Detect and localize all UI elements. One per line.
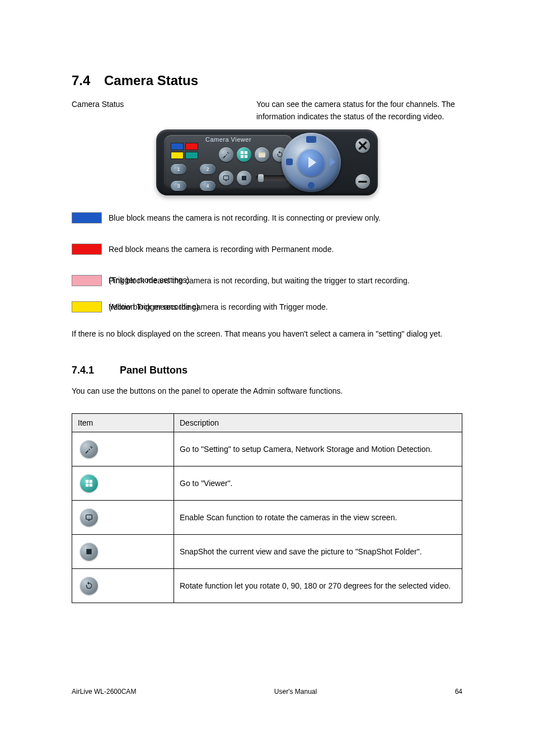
red-bar-icon bbox=[72, 244, 102, 255]
footer-center: User's Manual bbox=[274, 688, 317, 696]
folder-button[interactable] bbox=[255, 147, 269, 162]
swatch-ch1 bbox=[171, 143, 184, 150]
channel-swatches bbox=[171, 143, 198, 159]
panel-buttons-table: Item Description Go to "Setting" to setu… bbox=[72, 413, 462, 603]
section-title: Camera Status bbox=[104, 73, 198, 88]
setting-button[interactable] bbox=[219, 147, 233, 162]
svg-rect-5 bbox=[86, 484, 88, 487]
subsection-number: 7.4.1 bbox=[72, 365, 120, 376]
setting-icon bbox=[80, 440, 98, 458]
svg-rect-0 bbox=[223, 176, 228, 180]
def-row-blue: Blue block means the camera is not recor… bbox=[72, 212, 462, 225]
snapshot-button[interactable] bbox=[237, 171, 251, 185]
chan-4[interactable]: 4 bbox=[200, 181, 216, 191]
cv-left-cluster: Camera Viewer 1 2 3 4 bbox=[164, 135, 293, 190]
snapshot-desc: SnapShot the current view and save the p… bbox=[174, 534, 462, 568]
subsection-title: Panel Buttons bbox=[120, 365, 188, 376]
table-row: SnapShot the current view and save the p… bbox=[72, 534, 462, 568]
scan-desc: Enable Scan function to rotate the camer… bbox=[174, 500, 462, 534]
dial-play-icon[interactable] bbox=[297, 148, 325, 176]
no-block-paragraph: If there is no block displayed on the sc… bbox=[72, 328, 462, 340]
view-button[interactable] bbox=[237, 147, 251, 162]
svg-rect-7 bbox=[86, 515, 92, 519]
table-row: Rotate function let you rotate 0, 90, 18… bbox=[72, 568, 462, 603]
def-row-red: Red block means the camera is recording … bbox=[72, 244, 462, 256]
view-icon bbox=[80, 474, 98, 492]
swatch-ch4 bbox=[185, 152, 198, 159]
mid-buttons bbox=[219, 147, 291, 189]
svg-rect-4 bbox=[90, 480, 92, 483]
side-buttons bbox=[355, 138, 370, 189]
dial-stop-icon[interactable] bbox=[306, 136, 316, 143]
scan-icon bbox=[80, 508, 98, 526]
scan-button[interactable] bbox=[219, 171, 233, 185]
subsection-heading: 7.4.1Panel Buttons bbox=[72, 365, 462, 376]
minimize-button[interactable] bbox=[355, 174, 370, 189]
red-def-text: Red block means the camera is recording … bbox=[109, 244, 334, 256]
intro-left-label: Camera Status bbox=[72, 99, 256, 111]
swatch-ch2 bbox=[185, 143, 198, 150]
chan-1[interactable]: 1 bbox=[171, 164, 186, 174]
svg-rect-3 bbox=[86, 480, 88, 483]
yellow-bar-icon bbox=[72, 301, 102, 312]
chan-3[interactable]: 3 bbox=[171, 181, 186, 191]
close-button[interactable] bbox=[355, 138, 370, 153]
pink-bar-icon bbox=[72, 275, 102, 286]
table-row: Go to "Setting" to setup Camera, Network… bbox=[72, 432, 462, 466]
svg-rect-2 bbox=[358, 181, 367, 183]
status-color-definitions: Blue block means the camera is not recor… bbox=[72, 212, 462, 313]
table-row: Go to "Viewer". bbox=[72, 466, 462, 500]
dial-record-icon[interactable] bbox=[308, 182, 315, 189]
intro-right-text: You can see the camera status for the fo… bbox=[256, 99, 462, 123]
blue-bar-icon bbox=[72, 212, 102, 223]
setting-desc: Go to "Setting" to setup Camera, Network… bbox=[174, 432, 462, 466]
footer-page: 64 bbox=[455, 688, 462, 696]
th-item: Item bbox=[72, 413, 174, 432]
footer-left: AirLive WL-2600CAM bbox=[72, 688, 136, 696]
section-number: 7.4 bbox=[72, 73, 104, 88]
rotate-desc: Rotate function let you rotate 0, 90, 18… bbox=[174, 568, 462, 603]
cv-title: Camera Viewer bbox=[164, 136, 293, 143]
playback-dial[interactable] bbox=[282, 133, 341, 192]
th-desc: Description bbox=[174, 413, 462, 432]
swatch-ch3 bbox=[171, 152, 184, 159]
view-desc: Go to "Viewer". bbox=[174, 466, 462, 500]
svg-rect-8 bbox=[88, 520, 90, 521]
snapshot-icon bbox=[80, 543, 98, 561]
chan-2[interactable]: 2 bbox=[200, 164, 216, 174]
dial-next-icon[interactable] bbox=[330, 157, 335, 166]
table-row: Enable Scan function to rotate the camer… bbox=[72, 500, 462, 534]
intro-row: Camera Status You can see the camera sta… bbox=[72, 99, 462, 123]
blue-def-text: Blue block means the camera is not recor… bbox=[109, 212, 381, 225]
section-heading: 7.4Camera Status bbox=[72, 73, 462, 88]
dial-pause-icon[interactable] bbox=[286, 158, 293, 165]
svg-rect-1 bbox=[225, 180, 227, 181]
rotate-icon bbox=[80, 577, 98, 595]
camera-viewer-panel-wrap: Camera Viewer 1 2 3 4 bbox=[72, 129, 462, 195]
camera-viewer-panel: Camera Viewer 1 2 3 4 bbox=[156, 129, 378, 195]
page-footer: AirLive WL-2600CAM User's Manual 64 bbox=[0, 688, 534, 696]
svg-rect-6 bbox=[90, 484, 92, 487]
channel-buttons: 1 2 3 4 bbox=[171, 164, 216, 193]
subsection-desc: You can use the buttons on the panel to … bbox=[72, 385, 462, 398]
